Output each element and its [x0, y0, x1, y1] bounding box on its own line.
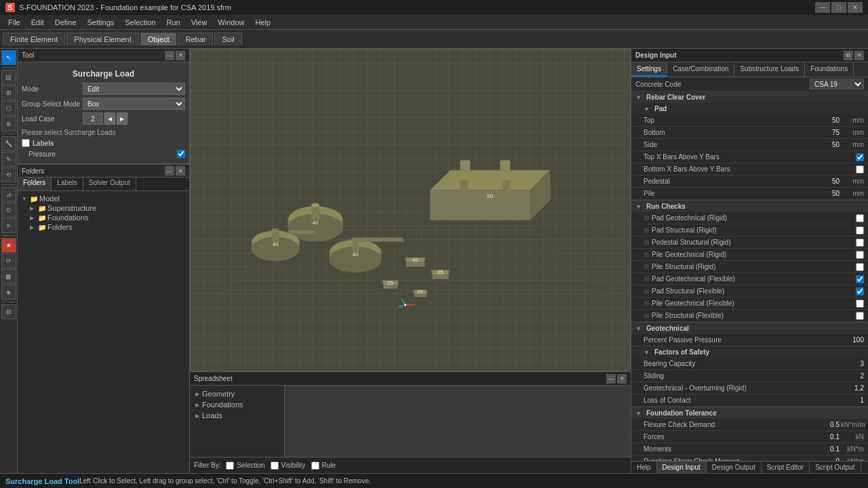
tool-icon-8[interactable]: ⊿: [1, 187, 16, 202]
group-select-select[interactable]: Box: [83, 98, 185, 110]
folders-minimize[interactable]: —: [165, 166, 174, 176]
viewport[interactable]: 50 40 40: [190, 49, 631, 371]
menu-help[interactable]: Help: [250, 17, 276, 28]
tool-icon-10[interactable]: ≡: [1, 218, 16, 233]
menu-settings[interactable]: Settings: [82, 17, 120, 28]
run-checks-header[interactable]: ▼ Run Checks: [631, 201, 868, 212]
menu-edit[interactable]: Edit: [26, 17, 50, 28]
rebar-expand-icon: ▼: [635, 94, 644, 101]
pedestal-struct-cb[interactable]: [856, 239, 864, 247]
tool-icon-6[interactable]: ✎: [1, 152, 16, 167]
sp-foundations[interactable]: ▶ Foundations: [193, 399, 281, 410]
tree-item-foundations[interactable]: ▶ 📁 Foundations: [28, 213, 186, 222]
right-panel-dock[interactable]: ⧉: [844, 51, 853, 60]
factors-expand-icon: ▼: [644, 349, 652, 356]
tab-physical-element[interactable]: Physical Element: [66, 33, 138, 45]
mode-value: Edit: [83, 83, 185, 95]
bottom-value: 75: [799, 129, 840, 136]
tab-object[interactable]: Object: [140, 33, 177, 45]
tool-icon-15[interactable]: ⊟: [1, 304, 16, 319]
menu-run[interactable]: Run: [161, 17, 186, 28]
tab-rebar[interactable]: Rebar: [178, 33, 213, 45]
tab-soil[interactable]: Soil: [214, 33, 241, 45]
tab-finite-element[interactable]: Finite Element: [3, 33, 65, 45]
foundations-indent: ▶ 📁 Foundations: [20, 213, 186, 222]
tool-icon-1[interactable]: ▤: [1, 70, 16, 85]
load-case-input[interactable]: [83, 113, 103, 125]
spreadsheet-minimize[interactable]: —: [606, 374, 616, 384]
right-btab-design-output[interactable]: Design Output: [707, 462, 762, 473]
tool-icon-12[interactable]: ⟳: [1, 253, 16, 268]
filter-rule-cb[interactable]: [311, 462, 319, 470]
pile-geo-flex-cb[interactable]: [856, 300, 864, 308]
menu-define[interactable]: Define: [50, 17, 82, 28]
folders-tab-folders[interactable]: Folders: [18, 178, 52, 190]
maximize-button[interactable]: □: [831, 2, 846, 13]
folders-tab-solver[interactable]: Solver Output: [83, 178, 136, 190]
forces-label: Forces: [644, 433, 799, 441]
concrete-code-select[interactable]: CSA 19: [810, 79, 864, 89]
tree-item-superstructure[interactable]: ▶ 📁 Superstructure: [28, 203, 186, 213]
tool-panel-minimize[interactable]: —: [165, 51, 174, 60]
menu-view[interactable]: View: [186, 17, 213, 28]
close-button[interactable]: ✕: [848, 2, 863, 13]
minimize-button[interactable]: —: [815, 2, 830, 13]
tool-icon-11[interactable]: ★: [1, 238, 16, 253]
tool-icon-2[interactable]: ⊞: [1, 85, 16, 100]
top-x-bars-checkbox[interactable]: [856, 153, 864, 161]
tree-item-folders[interactable]: ▶ 📁 Folders: [28, 222, 186, 232]
tab-foundations[interactable]: Foundations: [805, 62, 854, 77]
factors-header[interactable]: ▼ Factors of Safety: [631, 346, 868, 358]
spreadsheet-main: [285, 386, 631, 457]
bearing-capacity-row: Bearing Capacity 3: [631, 358, 868, 370]
pad-header[interactable]: ▼ Pad: [631, 103, 868, 115]
filter-visibility-cb[interactable]: [271, 462, 279, 470]
tab-substructure-loads[interactable]: Substructure Loads: [734, 62, 805, 77]
tab-case-combination[interactable]: Case/Combination: [667, 62, 734, 77]
tool-panel-close[interactable]: ✕: [176, 51, 185, 60]
right-btab-script-output[interactable]: Script Output: [810, 462, 861, 473]
sp-geometry[interactable]: ▶ Geometry: [193, 388, 281, 399]
load-case-next[interactable]: ▶: [117, 113, 127, 125]
right-btab-script-editor[interactable]: Script Editor: [762, 462, 810, 473]
right-btab-design-input[interactable]: Design Input: [657, 462, 707, 473]
pile-geo-rigid-cb[interactable]: [856, 251, 864, 259]
pile-geo-rigid-label: Pile Geotechnical (Rigid): [652, 251, 856, 258]
menu-file[interactable]: File: [3, 17, 26, 28]
mode-select[interactable]: Edit: [83, 83, 185, 95]
filter-selection-cb[interactable]: [226, 462, 234, 470]
labels-checkbox[interactable]: [22, 139, 30, 147]
pad-geo-flex-cb[interactable]: [856, 275, 864, 283]
pad-struct-rigid-cb[interactable]: [856, 226, 864, 235]
foundation-tolerance-header[interactable]: ▼ Foundation Tolerance: [631, 407, 868, 419]
tool-icon-3[interactable]: ⬡: [1, 101, 16, 116]
pile-struct-rigid-cb[interactable]: [856, 263, 864, 271]
tool-icon-4[interactable]: ⊕: [1, 117, 16, 131]
geotechnical-header[interactable]: ▼ Geotechnical: [631, 323, 868, 334]
tool-icon-9[interactable]: ⊙: [1, 203, 16, 218]
folders-close[interactable]: ✕: [176, 166, 185, 176]
pad-geo-rigid-cb[interactable]: [856, 214, 864, 222]
tool-icon-14[interactable]: ◈: [1, 285, 16, 300]
tool-icon-13[interactable]: ▦: [1, 269, 16, 284]
pile-struct-rigid-row: ⊞ Pile Structural (Rigid): [631, 261, 868, 273]
menu-window[interactable]: Window: [212, 17, 250, 28]
select-icon[interactable]: ↖: [1, 50, 16, 65]
pile-struct-rigid-toggle: ⊞: [644, 263, 649, 270]
spreadsheet-close[interactable]: ✕: [617, 374, 627, 384]
tool-icon-7[interactable]: ⟲: [1, 167, 16, 182]
rebar-clear-cover-header[interactable]: ▼ Rebar Clear Cover: [631, 92, 868, 103]
bottom-x-bars-checkbox[interactable]: [856, 165, 864, 174]
right-btab-help[interactable]: Help: [631, 462, 657, 473]
tab-settings[interactable]: Settings: [631, 62, 667, 77]
folders-tab-labels[interactable]: Labels: [52, 178, 83, 190]
sp-loads[interactable]: ▶ Loads: [193, 410, 281, 421]
right-panel-close[interactable]: ✕: [854, 51, 864, 60]
tree-item-model[interactable]: ▼ 📁 Model: [20, 194, 186, 203]
pad-struct-flex-cb[interactable]: [856, 287, 864, 296]
pile-struct-flex-cb[interactable]: [856, 312, 864, 320]
tool-icon-5[interactable]: 🔧: [1, 136, 16, 151]
load-case-prev[interactable]: ◀: [104, 113, 115, 125]
pressure-checkbox[interactable]: [177, 150, 185, 158]
menu-selection[interactable]: Selection: [119, 17, 161, 28]
